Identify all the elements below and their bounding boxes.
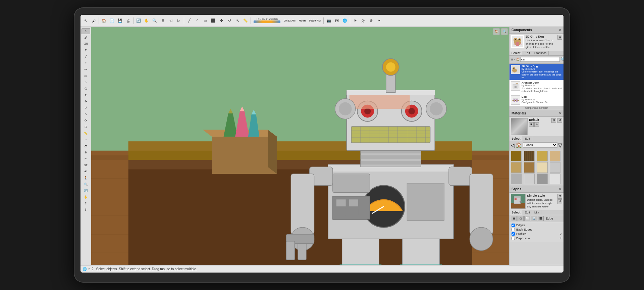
toolbar-rect[interactable]: ▭ bbox=[202, 17, 209, 25]
tool-lookaround[interactable]: 👁 bbox=[82, 168, 90, 175]
tool-dimension[interactable]: ↔ bbox=[82, 137, 90, 143]
toolbar-forward[interactable]: ▷ bbox=[175, 17, 182, 25]
toolbar-sections[interactable]: ✂ bbox=[376, 17, 383, 25]
toolbar-tape[interactable]: 📏 bbox=[242, 17, 249, 25]
mat-swatch-10[interactable] bbox=[537, 174, 548, 184]
comp-tab-edit[interactable]: Edit bbox=[523, 51, 533, 55]
comp-item-2[interactable]: Bed by SketchUp Configurable Platform Be… bbox=[509, 94, 564, 106]
toolbar-zoom-extent[interactable]: ⊞ bbox=[159, 17, 166, 25]
tool-circle[interactable]: ○ bbox=[82, 79, 90, 85]
tool-rect[interactable]: ▭ bbox=[82, 73, 90, 79]
style-profiles-checkbox[interactable] bbox=[512, 232, 515, 236]
comp-home-icon[interactable]: 🏠 bbox=[516, 58, 520, 61]
tool-zoom-left[interactable]: 🔍 bbox=[82, 181, 90, 187]
mat-swatch-3[interactable] bbox=[550, 151, 560, 161]
style-water-icon[interactable]: 🌊 bbox=[531, 216, 537, 221]
toolbar-sun[interactable]: ☀ bbox=[352, 17, 359, 25]
mat-swatch-5[interactable] bbox=[524, 162, 535, 173]
tool-paint[interactable]: 🖌 bbox=[82, 35, 90, 41]
toolbar-home[interactable]: 🏠 bbox=[100, 17, 108, 25]
tool-info[interactable]: ℹ bbox=[82, 207, 90, 213]
mat-options-btn[interactable]: ⊞ bbox=[551, 118, 556, 123]
comp-item-1[interactable]: Archtop Door by SketchUp A scalable door… bbox=[509, 80, 564, 94]
toolbar-new[interactable]: 📄 bbox=[108, 17, 116, 25]
viewport[interactable]: 🏠 🔍 bbox=[91, 27, 509, 265]
toolbar-print[interactable]: 🖨 bbox=[124, 17, 132, 25]
style-back-edges-checkbox[interactable] bbox=[512, 228, 515, 231]
mat-nav-home-icon[interactable]: 🏠 bbox=[516, 142, 522, 148]
toolbar-arc[interactable]: ◜ bbox=[194, 17, 201, 25]
tool-line[interactable]: ╱ bbox=[82, 54, 90, 60]
tool-followme[interactable]: ⟳ bbox=[82, 117, 90, 124]
comp-list-icon[interactable]: ≡ bbox=[514, 58, 516, 61]
comp-tab-select[interactable]: Select bbox=[509, 51, 523, 55]
comp-view-icon[interactable]: ⊞ bbox=[511, 58, 513, 61]
style-refresh-btn[interactable]: ↺ bbox=[557, 199, 562, 204]
toolbar-save[interactable]: 💾 bbox=[116, 17, 124, 25]
tool-question[interactable]: ? bbox=[82, 200, 90, 206]
toolbar-fog[interactable]: 🌫 bbox=[360, 17, 367, 25]
mat-icon-2[interactable]: ✏ bbox=[534, 122, 539, 127]
style-edge-icon[interactable]: ▢ bbox=[518, 216, 524, 221]
toolbar-back[interactable]: ◁ bbox=[167, 17, 174, 25]
tool-pushpull[interactable]: ⬆ bbox=[82, 92, 90, 98]
style-face-icon[interactable]: ▦ bbox=[511, 216, 517, 221]
toolbar-move[interactable]: ✥ bbox=[218, 17, 225, 25]
tool-walkaround[interactable]: 🚶 bbox=[82, 175, 90, 181]
toolbar-push[interactable]: ⬛ bbox=[210, 17, 217, 25]
toolbar-pan[interactable]: ✋ bbox=[143, 17, 150, 25]
toolbar-axes[interactable]: ⊕ bbox=[368, 17, 375, 25]
comp-item-0[interactable]: 2D Girls Dog by SketchUp Use the Interac… bbox=[509, 64, 564, 81]
toolbar-rotate[interactable]: ↺ bbox=[226, 17, 233, 25]
style-model-icon[interactable]: ⬛ bbox=[538, 216, 544, 221]
toolbar-orbit[interactable]: 🔄 bbox=[135, 17, 142, 25]
tool-eraser[interactable]: ⌫ bbox=[82, 41, 90, 47]
styles-panel-close[interactable]: ✕ bbox=[559, 187, 561, 191]
comp-search-input[interactable] bbox=[520, 57, 560, 62]
style-tab-edit[interactable]: Edit bbox=[523, 210, 533, 215]
nav-home-icon[interactable]: 🏠 bbox=[493, 28, 500, 35]
toolbar-scale[interactable]: ⤡ bbox=[234, 17, 241, 25]
mat-swatch-9[interactable] bbox=[524, 174, 535, 184]
mat-swatch-6[interactable] bbox=[537, 162, 548, 173]
nav-search-icon[interactable]: 🔍 bbox=[501, 28, 508, 35]
mat-tab-select[interactable]: Select bbox=[509, 136, 523, 141]
tool-scale[interactable]: ⤡ bbox=[82, 111, 90, 117]
style-depth-cue-checkbox[interactable] bbox=[512, 237, 515, 240]
toolbar-zoom[interactable]: 🔍 bbox=[151, 17, 158, 25]
materials-panel-close[interactable]: ✕ bbox=[559, 111, 561, 115]
tool-offset[interactable]: ⊡ bbox=[82, 124, 90, 130]
style-bg-icon[interactable]: ⬜ bbox=[524, 216, 530, 221]
comp-options-btn[interactable]: ⊞ bbox=[557, 35, 562, 40]
mat-tab-edit[interactable]: Edit bbox=[523, 136, 533, 141]
tool-3d-text[interactable]: 3T bbox=[82, 162, 90, 168]
comp-search-go-icon[interactable]: 🔍 bbox=[560, 56, 564, 63]
mat-category-select[interactable]: Blinds bbox=[523, 142, 557, 148]
style-tab-mix[interactable]: Mix bbox=[532, 210, 541, 215]
tool-rotate[interactable]: ↺ bbox=[82, 105, 90, 111]
tool-polygon[interactable]: ⬡ bbox=[82, 86, 90, 92]
tool-text[interactable]: T bbox=[82, 47, 90, 53]
tool-section[interactable]: ✂ bbox=[82, 156, 90, 162]
tool-freehand[interactable]: 〜 bbox=[82, 66, 90, 72]
style-tab-select[interactable]: Select bbox=[509, 210, 523, 215]
toolbar-arrow-tool[interactable]: ↖ bbox=[82, 17, 89, 25]
tool-select[interactable]: ↖ bbox=[82, 28, 90, 34]
toolbar-camera[interactable]: 📷 bbox=[325, 17, 332, 25]
mat-swatch-11[interactable] bbox=[550, 174, 560, 184]
mat-icon-1[interactable]: ⊞ bbox=[529, 122, 534, 127]
toolbar-map[interactable]: 🗺 bbox=[333, 17, 340, 25]
mat-refresh-btn[interactable]: ↺ bbox=[557, 118, 562, 123]
toolbar-paint-tool[interactable]: 🖌 bbox=[90, 17, 97, 25]
tool-tape[interactable]: 📏 bbox=[82, 130, 90, 136]
tool-axes[interactable]: ⊕ bbox=[82, 149, 90, 155]
mat-nav-arrow-icon[interactable]: ▽ bbox=[558, 142, 562, 148]
tool-pan-left[interactable]: ✋ bbox=[82, 194, 90, 200]
toolbar-geo[interactable]: 🌐 bbox=[341, 17, 348, 25]
toolbar-line[interactable]: ╱ bbox=[185, 17, 193, 25]
tool-orbit-left[interactable]: 🔄 bbox=[82, 188, 90, 194]
mat-swatch-0[interactable] bbox=[511, 151, 522, 161]
tool-protractor[interactable]: ◓ bbox=[82, 143, 90, 149]
tool-arc[interactable]: ◜ bbox=[82, 60, 90, 66]
style-options-btn[interactable]: ⊞ bbox=[557, 194, 562, 199]
